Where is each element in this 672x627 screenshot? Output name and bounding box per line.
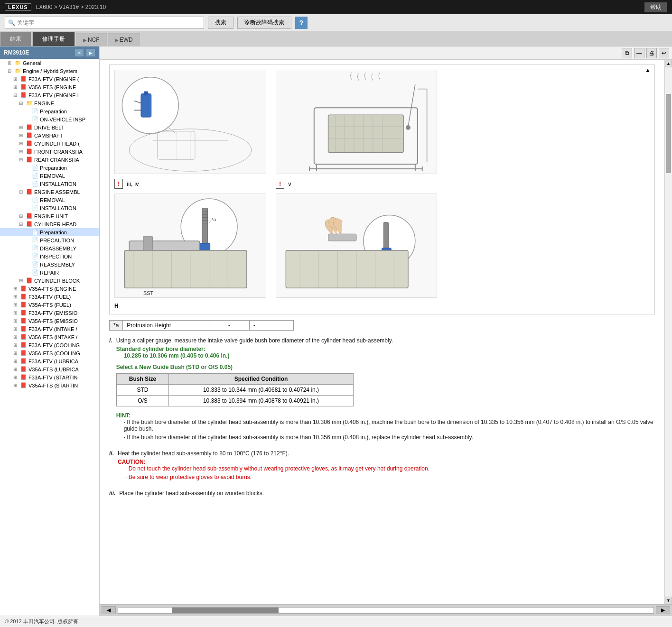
sidebar-item-engine-assembl[interactable]: ⊟ 📕 ENGINE ASSEMBL [0, 188, 99, 196]
sidebar-item-v35a-startin[interactable]: ⊞ 📕 V35A-FTS (STARTIN [0, 381, 99, 389]
step-iii-text: Place the cylinder head sub-assembly on … [119, 490, 264, 497]
sidebar-item-f33a-lubrica[interactable]: ⊞ 📕 F33A-FTV (LUBRICA [0, 357, 99, 365]
book-icon: 📕 [20, 84, 27, 90]
scroll-h-track[interactable] [118, 607, 654, 614]
diag-search-button[interactable]: 诊断故障码搜索 [237, 17, 291, 29]
doc-icon: 📄 [32, 173, 38, 179]
sidebar-item-f33a-engine-i[interactable]: ⊟ 📕 F33A-FTV (ENGINE I [0, 91, 99, 99]
sidebar-item-preparation-engine[interactable]: 📄 Preparation [0, 107, 99, 115]
sidebar-item-installation-ea[interactable]: 📄 INSTALLATION [0, 204, 99, 212]
sidebar-item-v35a-lubrica[interactable]: ⊞ 📕 V35A-FTS (LUBRICA [0, 365, 99, 373]
sidebar-item-v35a-fts[interactable]: ⊞ 📕 V35A-FTS (ENGINE [0, 83, 99, 91]
expand-icon: ⊞ [13, 367, 19, 372]
sidebar-item-disassembly[interactable]: 📄 DISASSEMBLY [0, 244, 99, 252]
help-icon-button[interactable]: ? [295, 17, 308, 29]
sidebar-item-reassembly[interactable]: 📄 REASSEMBLY [0, 260, 99, 268]
expand-icon: ⊞ [13, 84, 19, 90]
sidebar-item-engine-unit[interactable]: ⊞ 📕 ENGINE UNIT [0, 212, 99, 220]
folder-icon: 📁 [26, 100, 33, 106]
step-i-content: Using a caliper gauge, measure the intak… [116, 337, 655, 443]
scroll-up-btn[interactable]: ▲ [665, 60, 672, 67]
tab-ewd[interactable]: ▶ EWD [108, 33, 140, 46]
sidebar-item-removal[interactable]: 📄 REMOVAL [0, 172, 99, 180]
book-icon: 📕 [20, 382, 27, 388]
sidebar-item-inspection[interactable]: 📄 INSPECTION [0, 252, 99, 260]
sidebar-item-drive-belt[interactable]: ⊞ 📕 DRIVE BELT [0, 123, 99, 131]
sidebar-item-label: Preparation [40, 230, 67, 235]
table-cell-std-value: 10.333 to 10.344 mm (0.40681 to 0.40724 … [169, 385, 353, 396]
sidebar-item-on-vehicle[interactable]: 📄 ON-VEHICLE INSP [0, 115, 99, 123]
right-scrollbar[interactable]: ▲ ▼ [664, 60, 672, 604]
sidebar-item-f33a-ftv[interactable]: ⊞ 📕 F33A-FTV (ENGINE ( [0, 75, 99, 83]
sidebar-item-label: INSTALLATION [40, 181, 76, 187]
sidebar-expand-btn[interactable]: ▶ [86, 48, 95, 57]
toolbar-minimize-btn[interactable]: — [634, 48, 644, 58]
sidebar-item-f33a-fuel[interactable]: ⊞ 📕 F33A-FTV (FUEL) [0, 293, 99, 301]
doc-icon: 📄 [32, 269, 38, 276]
scroll-track[interactable] [665, 67, 672, 597]
spacer [25, 197, 30, 203]
scroll-thumb[interactable] [666, 94, 671, 173]
content-scroll[interactable]: ▲ [100, 60, 664, 604]
tab-ncf[interactable]: ▶ NCF [76, 33, 107, 46]
sidebar-item-cylinder-head-c[interactable]: ⊞ 📕 CYLINDER HEAD ( [0, 139, 99, 148]
exclamation-icon-v: ! [279, 180, 281, 187]
scroll-left-btn[interactable]: ◀ [102, 606, 116, 614]
sidebar-item-engine[interactable]: ⊟ 📁 ENGINE [0, 99, 99, 107]
sidebar-item-label: ENGINE ASSEMBL [34, 189, 80, 195]
sidebar-item-label: ENGINE [34, 101, 54, 106]
expand-icon: ⊟ [19, 189, 25, 195]
sidebar-item-camshaft[interactable]: ⊞ 📕 CAMSHAFT [0, 131, 99, 139]
sidebar-item-v35a-emissio[interactable]: ⊞ 📕 V35A-FTS (EMISSIO [0, 317, 99, 325]
tab-manual[interactable]: 修理手册 [32, 32, 75, 46]
sidebar-item-front-crankshaft[interactable]: ⊞ 📕 FRONT CRANKSHA [0, 148, 99, 156]
help-button[interactable]: 帮助 [644, 2, 667, 12]
sidebar-item-engine-hybrid[interactable]: ⊟ 📁 Engine / Hybrid System [0, 67, 99, 75]
sidebar-item-rear-crankshaft[interactable]: ⊟ 📕 REAR CRANKSHA [0, 156, 99, 164]
sidebar-item-v35a-fuel[interactable]: ⊞ 📕 V35A-FTS (FUEL) [0, 301, 99, 309]
sidebar-close-btn[interactable]: ✕ [75, 48, 84, 57]
sidebar-item-cylinder-block[interactable]: ⊞ 📕 CYLINDER BLOCK [0, 277, 99, 285]
sidebar-item-repair[interactable]: 📄 REPAIR [0, 268, 99, 277]
spacer [25, 181, 30, 187]
toolbar-window-btn[interactable]: ⧉ [622, 48, 632, 58]
sidebar-item-f33a-cooling[interactable]: ⊞ 📕 F33A-FTV (COOLING [0, 341, 99, 349]
diagram-h-label: H [114, 303, 650, 309]
sidebar-item-preparation-ch[interactable]: 📄 Preparation [0, 228, 99, 236]
doc-icon: 📄 [32, 237, 38, 243]
sidebar-item-installation[interactable]: 📄 INSTALLATION [0, 180, 99, 188]
sidebar-item-cylinder-head[interactable]: ⊟ 📕 CYLINDER HEAD [0, 220, 99, 228]
tab-results[interactable]: 结果 [0, 32, 31, 46]
lexus-logo: LEXUS [5, 3, 31, 11]
scroll-right-btn[interactable]: ▶ [656, 606, 670, 614]
doc-icon: 📄 [32, 116, 38, 122]
sidebar-item-general[interactable]: ⊞ 📁 General [0, 59, 99, 67]
scroll-h-thumb[interactable] [172, 608, 279, 613]
expand-icon: ⊟ [19, 157, 25, 163]
sidebar-item-removal-ea[interactable]: 📄 REMOVAL [0, 196, 99, 204]
book-icon: 📕 [20, 334, 27, 340]
content-toolbar: ⧉ — 🖨 ↩ [100, 46, 672, 60]
step-labels-row: ! iii, iv ! v [114, 179, 650, 189]
search-prefix-icon: 🔍 [8, 19, 15, 26]
expand-icon: ⊞ [13, 286, 19, 292]
sidebar-panel-id: RM3910E [4, 49, 29, 56]
sidebar-item-v35a-fts-2[interactable]: ⊞ 📕 V35A-FTS (ENGINE [0, 285, 99, 293]
table-cell-os-value: 10.383 to 10.394 mm (0.40878 to 0.40921 … [169, 396, 353, 406]
book-icon: 📕 [20, 310, 27, 316]
caution-list: Do not touch the cylinder head sub-assem… [118, 465, 429, 480]
sidebar-item-f33a-intake[interactable]: ⊞ 📕 F33A-FTV (INTAKE / [0, 325, 99, 333]
sidebar-item-v35a-cooling[interactable]: ⊞ 📕 V35A-FTS (COOLING [0, 349, 99, 357]
sidebar-header-actions: ✕ ▶ [75, 48, 95, 57]
sidebar-item-label: V35A-FTS (EMISSIO [28, 318, 78, 324]
toolbar-back-btn[interactable]: ↩ [659, 48, 669, 58]
search-button[interactable]: 搜索 [208, 17, 233, 29]
scroll-down-btn[interactable]: ▼ [665, 597, 672, 604]
sidebar-item-precaution[interactable]: 📄 PRECAUTION [0, 236, 99, 244]
search-input[interactable] [17, 19, 201, 26]
sidebar-item-v35a-intake[interactable]: ⊞ 📕 V35A-FTS (INTAKE / [0, 333, 99, 341]
sidebar-item-f33a-emissio[interactable]: ⊞ 📕 F33A-FTV (EMISSIO [0, 309, 99, 317]
sidebar-item-f33a-startin[interactable]: ⊞ 📕 F33A-FTV (STARTIN [0, 373, 99, 381]
sidebar-item-preparation-rear[interactable]: 📄 Preparation [0, 164, 99, 172]
toolbar-print-btn[interactable]: 🖨 [646, 48, 657, 58]
